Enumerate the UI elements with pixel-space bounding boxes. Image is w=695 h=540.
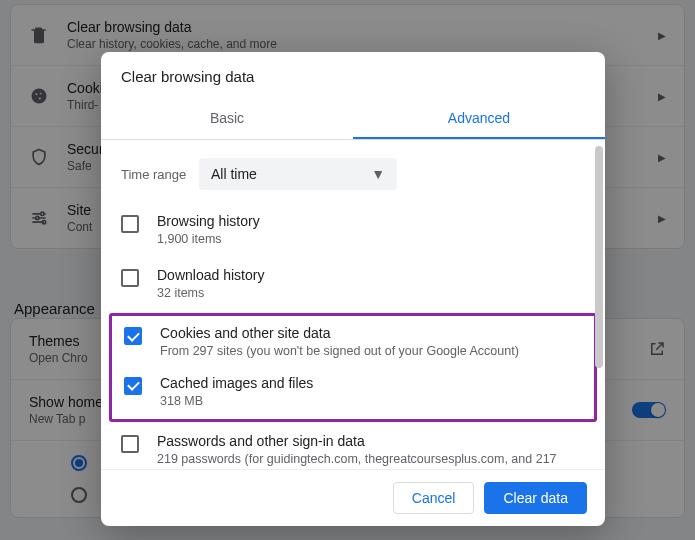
item-title: Browsing history [157, 213, 585, 229]
dropdown-arrow-icon: ▼ [371, 166, 385, 182]
item-browsing-history: Browsing history1,900 items [101, 204, 605, 258]
scrollbar-thumb[interactable] [595, 146, 603, 368]
item-title: Download history [157, 267, 585, 283]
time-range-label: Time range [121, 167, 199, 182]
highlighted-group: Cookies and other site dataFrom 297 site… [109, 313, 597, 422]
clear-browsing-data-dialog: Clear browsing data Basic Advanced Time … [101, 52, 605, 526]
dialog-tabs: Basic Advanced [101, 99, 605, 140]
item-download-history: Download history32 items [101, 258, 605, 312]
item-sub: 318 MB [160, 393, 582, 411]
item-cookies: Cookies and other site dataFrom 297 site… [112, 318, 594, 368]
item-passwords: Passwords and other sign-in data219 pass… [101, 424, 605, 469]
clear-data-button[interactable]: Clear data [484, 482, 587, 514]
item-sub: From 297 sites (you won't be signed out … [160, 343, 582, 361]
item-title: Passwords and other sign-in data [157, 433, 585, 449]
checkbox-browsing-history[interactable] [121, 215, 139, 233]
dialog-footer: Cancel Clear data [101, 469, 605, 526]
tab-advanced[interactable]: Advanced [353, 99, 605, 139]
time-range-select[interactable]: All time ▼ [199, 158, 397, 190]
time-range-value: All time [211, 166, 257, 182]
item-sub: 32 items [157, 285, 585, 303]
dialog-body: Time range All time ▼ Browsing history1,… [101, 140, 605, 469]
cancel-button[interactable]: Cancel [393, 482, 475, 514]
item-title: Cookies and other site data [160, 325, 582, 341]
item-title: Cached images and files [160, 375, 582, 391]
item-cached: Cached images and files318 MB [112, 368, 594, 418]
dialog-title: Clear browsing data [101, 52, 605, 99]
checkbox-cached[interactable] [124, 377, 142, 395]
checkbox-download-history[interactable] [121, 269, 139, 287]
time-range-row: Time range All time ▼ [101, 140, 605, 204]
tab-basic[interactable]: Basic [101, 99, 353, 139]
checkbox-passwords[interactable] [121, 435, 139, 453]
item-sub: 219 passwords (for guidingtech.com, theg… [157, 451, 585, 469]
item-sub: 1,900 items [157, 231, 585, 249]
checkbox-cookies[interactable] [124, 327, 142, 345]
